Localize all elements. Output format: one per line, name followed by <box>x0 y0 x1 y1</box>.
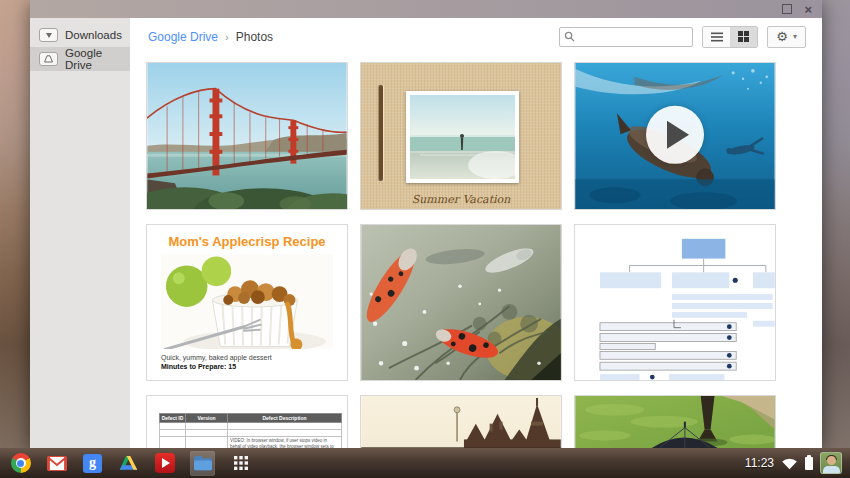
breadcrumb-google-drive[interactable]: Google Drive <box>148 30 218 44</box>
file-grid: Summer Vacation <box>130 55 822 448</box>
album-binding <box>379 85 383 181</box>
app-body: Downloads Google Drive Google Drive › Ph… <box>30 18 822 448</box>
breadcrumb-photos: Photos <box>236 30 273 44</box>
bridge-photo <box>147 63 347 209</box>
clock: 11:23 <box>745 456 774 470</box>
gear-icon: ⚙ <box>776 30 788 43</box>
defect-description: VIDEO: In browser window, if user stops … <box>228 437 342 448</box>
orgchart-document <box>575 225 775 380</box>
wifi-icon <box>781 456 798 470</box>
downloads-icon <box>39 28 58 42</box>
breadcrumb-separator-icon: › <box>225 31 229 43</box>
list-view-icon <box>711 32 723 42</box>
drive-icon <box>39 52 58 66</box>
search-box[interactable] <box>559 27 693 47</box>
maximize-button[interactable] <box>782 4 792 14</box>
park-photo <box>575 396 775 448</box>
file-tile-defect-table-doc[interactable]: Defect ID Version Defect Description VID… <box>146 395 348 448</box>
file-tile-orgchart-doc[interactable] <box>574 224 776 381</box>
gmail-icon[interactable] <box>46 453 67 474</box>
file-tile-summer-vacation-album[interactable]: Summer Vacation <box>360 62 562 210</box>
app-launcher-grid-icon[interactable] <box>230 453 251 474</box>
maximize-icon <box>782 4 792 14</box>
window-titlebar[interactable]: × <box>30 0 822 18</box>
album-caption: Summer Vacation <box>361 193 561 206</box>
taskbar-apps: g <box>6 451 251 476</box>
koi-photo <box>361 225 561 380</box>
defect-table-header: Defect ID <box>160 414 186 423</box>
file-tile-recipe-doc[interactable]: Mom's Applecrisp Recipe <box>146 224 348 381</box>
sidebar: Downloads Google Drive <box>30 18 130 448</box>
chevron-down-icon: ▾ <box>793 33 797 41</box>
play-button[interactable] <box>646 106 704 164</box>
recipe-subtitle: Quick, yummy, baked apple dessert <box>161 354 347 361</box>
files-app-icon[interactable] <box>190 451 215 476</box>
user-avatar[interactable] <box>820 452 842 474</box>
list-view-button[interactable] <box>703 27 730 47</box>
file-tile-house-photo[interactable] <box>360 395 562 448</box>
album-cover-photo <box>406 91 519 183</box>
youtube-icon[interactable] <box>154 453 175 474</box>
play-icon <box>667 121 689 149</box>
sidebar-item-label: Google Drive <box>65 47 130 71</box>
google-search-icon[interactable]: g <box>82 453 103 474</box>
system-tray[interactable]: 11:23 <box>745 452 844 474</box>
defect-table: Defect ID Version Defect Description VID… <box>159 413 342 448</box>
close-button[interactable]: × <box>804 0 812 18</box>
breadcrumb: Google Drive › Photos <box>148 30 273 44</box>
recipe-title: Mom's Applecrisp Recipe <box>147 234 347 249</box>
sidebar-item-label: Downloads <box>65 29 122 41</box>
desktop-wallpaper: × Downloads Google Drive <box>0 0 850 478</box>
recipe-photo <box>161 254 333 349</box>
chrome-launcher-icon[interactable] <box>10 453 31 474</box>
defect-table-header: Defect Description <box>228 414 342 423</box>
battery-icon <box>805 457 813 470</box>
view-toggle <box>702 26 758 48</box>
close-icon: × <box>804 2 812 17</box>
search-input[interactable] <box>575 30 688 44</box>
defect-table-header: Version <box>186 414 228 423</box>
file-tile-bridge-photo[interactable] <box>146 62 348 210</box>
sidebar-item-google-drive[interactable]: Google Drive <box>30 47 130 71</box>
files-app-window: × Downloads Google Drive <box>30 0 822 448</box>
file-tile-sealion-video[interactable] <box>574 62 776 210</box>
file-tile-koi-photo[interactable] <box>360 224 562 381</box>
house-photo <box>361 396 561 448</box>
taskbar: g <box>0 448 850 478</box>
toolbar: Google Drive › Photos <box>130 18 822 55</box>
recipe-prep-time: Minutes to Prepare: 15 <box>161 363 347 370</box>
sidebar-item-downloads[interactable]: Downloads <box>30 23 130 47</box>
grid-view-button[interactable] <box>730 27 757 47</box>
grid-view-icon <box>738 31 749 42</box>
main-pane: Google Drive › Photos <box>130 18 822 448</box>
google-drive-icon[interactable] <box>118 453 139 474</box>
settings-menu-button[interactable]: ⚙ ▾ <box>767 26 806 48</box>
search-icon <box>564 31 575 42</box>
file-tile-park-photo[interactable] <box>574 395 776 448</box>
